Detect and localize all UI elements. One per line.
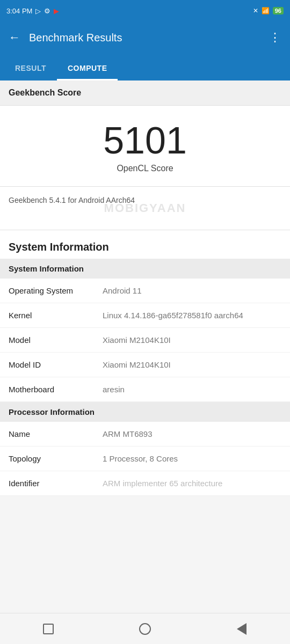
score-number: 5101 — [9, 122, 281, 159]
row-key: Model ID — [9, 360, 103, 369]
recents-button[interactable] — [37, 617, 60, 641]
row-val: ARM MT6893 — [103, 429, 281, 438]
row-key: Operating System — [9, 286, 103, 295]
table-row: Motherboard aresin — [0, 377, 290, 402]
tab-compute[interactable]: COMPUTE — [57, 57, 118, 80]
square-icon — [43, 624, 54, 634]
score-label: OpenCL Score — [9, 164, 281, 173]
row-val: Linux 4.14.186-ga65f278581f0 aarch64 — [103, 311, 281, 320]
table-row: Operating System Android 11 — [0, 279, 290, 303]
status-bar-right: ✕ 📶 96 — [253, 7, 284, 14]
row-key: Kernel — [9, 311, 103, 320]
row-key: Motherboard — [9, 385, 103, 394]
nav-bar — [0, 613, 290, 644]
table-row: Topology 1 Processor, 8 Cores — [0, 447, 290, 471]
geekbench-score-section-header: Geekbench Score — [0, 80, 290, 106]
group-header-processor: Processor Information — [0, 402, 290, 422]
table-row: Identifier ARM implementer 65 architectu… — [0, 471, 290, 496]
row-val: 1 Processor, 8 Cores — [103, 454, 281, 463]
content-scroll: Geekbench Score 5101 OpenCL Score Geekbe… — [0, 80, 290, 527]
row-key: Model — [9, 335, 103, 345]
table-row: Name ARM MT6893 — [0, 422, 290, 447]
back-nav-button[interactable] — [230, 617, 253, 641]
geekbench-score-title: Geekbench Score — [9, 88, 81, 97]
status-bar: 3:04 PM ▷ ⚙ ▶ ✕ 📶 96 — [0, 0, 290, 21]
tab-result[interactable]: RESULT — [4, 57, 57, 80]
location-icon: ▷ — [35, 7, 41, 15]
settings-icon: ⚙ — [44, 7, 50, 15]
overflow-menu-button[interactable]: ⋮ — [269, 31, 281, 45]
row-val: Xiaomi M2104K10I — [103, 335, 281, 345]
row-val: Xiaomi M2104K10I — [103, 360, 281, 369]
app-bar-title: Benchmark Results — [29, 32, 260, 44]
row-key: Name — [9, 429, 103, 438]
row-key: Topology — [9, 454, 103, 463]
status-bar-left: 3:04 PM ▷ ⚙ ▶ — [6, 7, 59, 15]
sim-icon: ✕ — [253, 7, 258, 14]
row-val: Android 11 — [103, 286, 281, 295]
row-key: Identifier — [9, 479, 103, 488]
wifi-icon: 📶 — [262, 7, 270, 14]
triangle-icon — [237, 623, 247, 635]
table-row: Model ID Xiaomi M2104K10I — [0, 353, 290, 377]
group-header-system: System Information — [0, 259, 290, 279]
tab-bar: RESULT COMPUTE — [0, 54, 290, 80]
app-bar: ← Benchmark Results ⋮ — [0, 21, 290, 54]
system-info-section: System Information — [0, 230, 290, 259]
time-display: 3:04 PM — [6, 7, 32, 15]
row-val: ARM implementer 65 architecture — [103, 479, 281, 488]
system-info-table: System Information Operating System Andr… — [0, 259, 290, 496]
back-button[interactable]: ← — [9, 31, 20, 45]
home-button[interactable] — [133, 617, 157, 641]
record-icon: ▶ — [54, 7, 59, 15]
table-row: Kernel Linux 4.14.186-ga65f278581f0 aarc… — [0, 303, 290, 328]
watermark: MOBIGYAAN — [104, 201, 186, 215]
circle-icon — [139, 623, 151, 635]
system-info-title: System Information — [9, 241, 109, 253]
version-area: Geekbench 5.4.1 for Android AArch64 MOBI… — [0, 187, 290, 230]
table-row: Model Xiaomi M2104K10I — [0, 328, 290, 353]
battery-indicator: 96 — [273, 7, 284, 14]
score-area: 5101 OpenCL Score — [0, 106, 290, 187]
row-val: aresin — [103, 385, 281, 394]
